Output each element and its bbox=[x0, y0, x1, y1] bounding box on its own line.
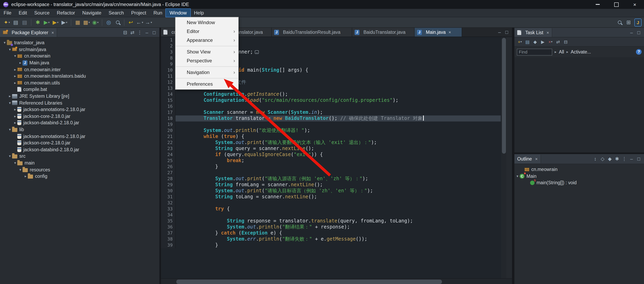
focus-on-workweek-icon[interactable]: ▶ bbox=[539, 38, 546, 45]
menu-navigate[interactable]: Navigate bbox=[79, 9, 105, 17]
code-line[interactable]: 23 String query = scanner.nextLine(); bbox=[161, 146, 501, 152]
tree-item-jackson-core-2-18-0-jar[interactable]: jackson-core-2.18.0.jar bbox=[0, 140, 160, 146]
collapse-all-icon[interactable]: ⊟ bbox=[122, 29, 129, 36]
deactivate-task-icon[interactable]: ×▾ bbox=[546, 38, 554, 45]
back-icon[interactable]: ←▾ bbox=[136, 18, 144, 26]
tree-item-jackson-databind-2-18-0-jar[interactable]: jackson-databind-2.18.0.jar bbox=[0, 146, 160, 153]
hide-fields-icon[interactable]: ◇ bbox=[599, 155, 606, 163]
line-number[interactable]: 31 bbox=[161, 194, 176, 200]
line-number[interactable]: 16 bbox=[161, 103, 176, 109]
chevron-down-icon[interactable]: ▾ bbox=[13, 161, 17, 165]
editor-tab-baidutranslator-java[interactable]: JBaiduTranslator.java bbox=[352, 28, 414, 37]
tree-item-cn-meowrain[interactable]: ▾cn.meowrain bbox=[0, 53, 160, 59]
tree-item-referenced-libraries[interactable]: ▾Referenced Libraries bbox=[0, 100, 160, 106]
new-package-icon[interactable]: ▩▾ bbox=[82, 18, 90, 26]
tree-item-config[interactable]: ▸config bbox=[0, 173, 160, 180]
folded-region-icon[interactable]: … bbox=[254, 50, 259, 54]
code-line[interactable]: 26 } bbox=[161, 164, 501, 170]
line-number[interactable]: 12 bbox=[161, 79, 176, 85]
menu-help[interactable]: Help bbox=[190, 9, 208, 17]
code-line[interactable]: 22 System.out.print("请输入要翻译的文本（输入 'exit'… bbox=[161, 140, 501, 146]
line-number[interactable]: 30 bbox=[161, 188, 176, 194]
code-line[interactable]: 38 System.err.println("翻译失败：" + e.getMes… bbox=[161, 236, 501, 242]
code-line[interactable]: 29 String fromLang = scanner.nextLine(); bbox=[161, 182, 501, 188]
run-icon[interactable]: ▶▾ bbox=[43, 18, 51, 26]
last-edit-location-icon[interactable]: ↩ bbox=[127, 18, 135, 26]
code-line[interactable]: 19 bbox=[161, 121, 501, 128]
line-number[interactable]: 17 bbox=[161, 109, 176, 115]
search-icon[interactable] bbox=[114, 18, 122, 26]
code-line[interactable]: 15 Confinguration.load("src/main/resourc… bbox=[161, 97, 501, 103]
chevron-right-icon[interactable]: ▸ bbox=[13, 67, 17, 71]
code-line[interactable]: 33 try { bbox=[161, 206, 501, 212]
window-menu-item-show-view[interactable]: Show View› bbox=[176, 47, 238, 56]
maximize-button[interactable] bbox=[607, 0, 626, 9]
line-number[interactable]: 36 bbox=[161, 224, 176, 230]
new-class-icon[interactable]: ◉▾ bbox=[91, 18, 100, 26]
external-tools-icon[interactable]: ▶▾ bbox=[60, 18, 68, 26]
editor-tab-main-java[interactable]: JMain.java× bbox=[414, 28, 462, 37]
chevron-down-icon[interactable]: ▾ bbox=[8, 47, 12, 51]
chevron-down-icon[interactable]: ▾ bbox=[13, 54, 17, 58]
line-number[interactable]: 35 bbox=[161, 218, 176, 224]
line-number[interactable]: 28 bbox=[161, 176, 176, 182]
outline-tab[interactable]: Outline × bbox=[514, 154, 541, 163]
task-activate[interactable]: Activate... bbox=[571, 49, 591, 54]
line-number[interactable]: 14 bbox=[161, 91, 176, 97]
maximize-icon[interactable]: □ bbox=[150, 29, 158, 36]
line-number[interactable]: 20 bbox=[161, 128, 176, 134]
menu-search[interactable]: Search bbox=[105, 9, 128, 17]
line-number[interactable]: 13 bbox=[161, 85, 176, 91]
coverage-icon[interactable]: ▶▾ bbox=[52, 18, 60, 26]
new-wizard-icon[interactable]: ✦▾ bbox=[3, 18, 11, 26]
minimize-button[interactable] bbox=[588, 0, 607, 9]
sort-icon[interactable]: ↕ bbox=[592, 155, 599, 163]
line-number[interactable]: 18 bbox=[161, 115, 176, 121]
menu-refactor[interactable]: Refactor bbox=[53, 9, 79, 17]
code-line[interactable]: 35 String response = translator.translat… bbox=[161, 218, 501, 224]
dropdown-caret-icon[interactable]: ▾ bbox=[142, 21, 143, 24]
dropdown-caret-icon[interactable]: ▾ bbox=[66, 21, 67, 24]
tree-item-main[interactable]: ▾main bbox=[0, 160, 160, 166]
window-menu-item-editor[interactable]: Editor› bbox=[176, 27, 238, 36]
tree-item-cn-meowrain-utils[interactable]: ▸cn.meowrain.utils bbox=[0, 79, 160, 86]
code-line[interactable]: 32 bbox=[161, 200, 501, 206]
outline-item-cn-meowrain[interactable]: cn.meowrain bbox=[514, 166, 644, 173]
new-task-icon[interactable]: +▾ bbox=[516, 38, 524, 45]
tree-item-cn-meowrain-translators-baidu[interactable]: ▸cn.meowrain.translators.baidu bbox=[0, 73, 160, 79]
save-icon[interactable]: ▤ bbox=[12, 18, 20, 26]
chevron-right-icon[interactable]: ▸ bbox=[18, 61, 22, 65]
tree-item-jackson-annotations-2-18-0-jar[interactable]: ▸jackson-annotations-2.18.0.jar bbox=[0, 106, 160, 113]
close-button[interactable]: × bbox=[626, 0, 644, 9]
line-number[interactable]: 39 bbox=[161, 242, 176, 248]
code-line[interactable]: 20 System.out.println("欢迎使用翻译器! "); bbox=[161, 128, 501, 134]
line-number[interactable]: 3 bbox=[161, 49, 176, 55]
tree-item-lib[interactable]: ▾lib bbox=[0, 126, 160, 133]
window-menu-item-new-window[interactable]: New Window bbox=[176, 18, 238, 27]
sash[interactable] bbox=[160, 28, 161, 284]
tree-item-cn-meowrain-inter[interactable]: ▸cn.meowrain.inter bbox=[0, 66, 160, 73]
line-number[interactable]: 8 bbox=[161, 55, 176, 61]
tree-item-resources[interactable]: ▾resources bbox=[0, 166, 160, 173]
window-menu-item-appearance[interactable]: Appearance› bbox=[176, 36, 238, 45]
maximize-icon[interactable]: □ bbox=[635, 29, 642, 36]
line-number[interactable]: 10 bbox=[161, 67, 176, 73]
line-number[interactable]: 38 bbox=[161, 236, 176, 242]
sash[interactable] bbox=[512, 28, 514, 284]
outline-item-main-string-void[interactable]: Smain(String[]) : void bbox=[514, 179, 644, 186]
line-number[interactable]: 11 bbox=[161, 73, 176, 79]
line-number[interactable]: 25 bbox=[161, 158, 176, 164]
tree-item-src-main-java[interactable]: ▾src/main/java bbox=[0, 46, 160, 53]
chevron-right-icon[interactable]: ▸ bbox=[13, 121, 17, 125]
dropdown-caret-icon[interactable]: ▾ bbox=[150, 21, 152, 24]
window-menu-item-preferences[interactable]: Preferences bbox=[176, 80, 238, 88]
link-with-editor-icon[interactable]: ⇄ bbox=[554, 38, 562, 45]
code-line[interactable]: 14 Confinguration.getInstance(); bbox=[161, 91, 501, 97]
editor-vertical-scrollbar[interactable] bbox=[501, 37, 506, 278]
window-menu-item-navigation[interactable]: Navigation› bbox=[176, 68, 238, 77]
chevron-down-icon[interactable]: ▾ bbox=[8, 154, 12, 158]
chevron-right-icon[interactable]: ▸ bbox=[13, 107, 17, 111]
tree-item-jre-system-library-jre[interactable]: ▸JRE System Library [jre] bbox=[0, 93, 160, 100]
tree-item-compile-bat[interactable]: compile.bat bbox=[0, 86, 160, 93]
window-menu-item-perspective[interactable]: Perspective› bbox=[176, 56, 238, 65]
